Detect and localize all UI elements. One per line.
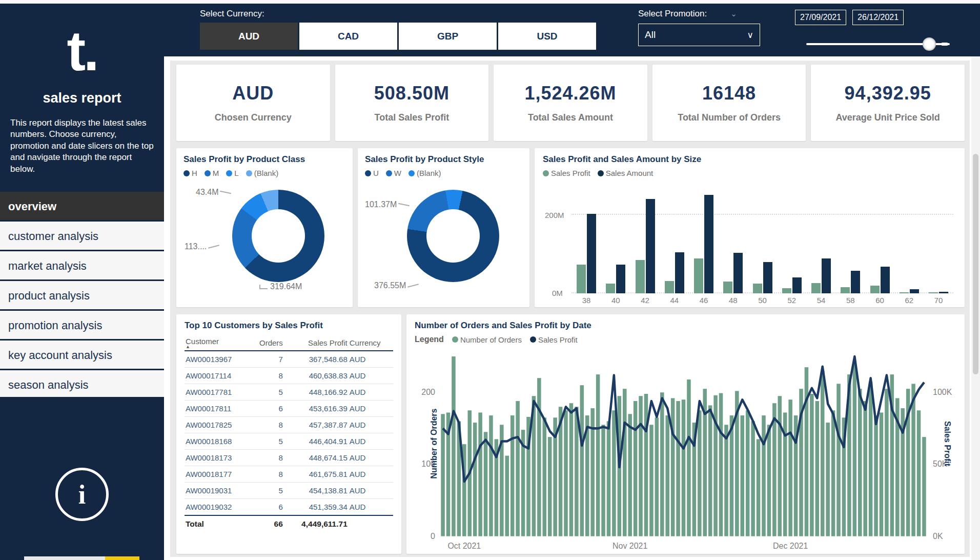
orders-bar[interactable] — [730, 415, 734, 536]
sales-profit-bar[interactable] — [900, 292, 909, 293]
sidebar-item-season-analysis[interactable]: season analysis — [0, 369, 164, 398]
orders-bar[interactable] — [858, 389, 862, 536]
sales-profit-bar[interactable] — [723, 282, 732, 293]
table-row[interactable]: AW000181685446,404.91AUD — [185, 433, 393, 450]
sales-amount-bar[interactable] — [616, 265, 625, 293]
orders-bar[interactable] — [639, 396, 643, 536]
sales-profit-bar[interactable] — [782, 288, 791, 294]
orders-bar[interactable] — [505, 456, 509, 536]
orders-bar[interactable] — [564, 410, 568, 536]
sales-profit-bar[interactable] — [811, 283, 821, 293]
orders-bar[interactable] — [623, 389, 627, 536]
vertical-scrollbar[interactable] — [971, 56, 980, 560]
orders-bar[interactable] — [885, 389, 889, 536]
orders-bar[interactable] — [869, 382, 873, 536]
orders-bar[interactable] — [757, 439, 761, 536]
sales-amount-bar[interactable] — [763, 262, 772, 293]
column-header-currency[interactable]: Currency — [349, 334, 393, 351]
orders-bar[interactable] — [543, 417, 547, 536]
orders-bar[interactable] — [612, 410, 616, 536]
sales-amount-bar[interactable] — [851, 271, 860, 293]
scrollbar-thumb[interactable] — [973, 154, 978, 374]
orders-bar[interactable] — [826, 423, 830, 536]
orders-bar[interactable] — [863, 401, 867, 536]
sidebar-item-market-analysis[interactable]: market analysis — [0, 250, 164, 279]
orders-bar[interactable] — [665, 415, 669, 536]
orders-bar[interactable] — [805, 367, 809, 536]
orders-bar[interactable] — [746, 410, 750, 536]
orders-bar[interactable] — [655, 417, 659, 536]
sales-amount-bar[interactable] — [822, 258, 831, 294]
product-style-donut[interactable] — [407, 190, 499, 282]
sales-amount-bar[interactable] — [675, 252, 684, 294]
orders-bar[interactable] — [922, 437, 926, 536]
sales-profit-bar[interactable] — [929, 292, 938, 293]
slider-handle[interactable] — [923, 37, 936, 51]
orders-bar[interactable] — [724, 425, 728, 536]
orders-bar[interactable] — [831, 410, 835, 536]
orders-bar[interactable] — [478, 413, 482, 536]
date-range-slider[interactable] — [793, 37, 957, 51]
sales-amount-bar[interactable] — [733, 253, 743, 293]
orders-bar[interactable] — [767, 425, 771, 536]
sales-profit-bar[interactable] — [870, 286, 880, 293]
collapse-chevron-icon[interactable]: ⌄ — [730, 9, 737, 18]
orders-bar[interactable] — [537, 378, 541, 536]
currency-button-CAD[interactable]: CAD — [299, 23, 397, 50]
table-row[interactable]: AW000190326451,359.34AUD — [185, 499, 393, 516]
sidebar-item-promotion-analysis[interactable]: promotion analysis — [0, 309, 164, 339]
currency-button-AUD[interactable]: AUD — [200, 23, 298, 50]
orders-bar[interactable] — [601, 425, 605, 536]
orders-bar[interactable] — [751, 421, 755, 536]
orders-bar[interactable] — [607, 421, 611, 536]
sales-amount-bar[interactable] — [881, 267, 890, 293]
sales-profit-bar[interactable] — [665, 281, 674, 293]
sidebar-item-key-account-analysis[interactable]: key account analysis — [0, 339, 164, 369]
date-start-input[interactable]: 27/09/2021 — [795, 10, 846, 25]
orders-bar[interactable] — [489, 415, 493, 536]
sales-profit-bar[interactable] — [841, 287, 850, 294]
orders-bar[interactable] — [880, 413, 884, 536]
sales-profit-bar[interactable] — [606, 284, 615, 293]
column-header-sales-profit[interactable]: Sales Profit — [284, 334, 349, 351]
table-row[interactable]: AW000171148460,638.83AUD — [185, 368, 393, 384]
table-row[interactable]: AW000139677367,548.68AUD — [185, 351, 393, 368]
sidebar-item-product-analysis[interactable]: product analysis — [0, 279, 164, 309]
sales-amount-bar[interactable] — [939, 292, 948, 293]
orders-bar[interactable] — [719, 393, 723, 536]
orders-bar[interactable] — [452, 356, 456, 536]
sales-profit-bar[interactable] — [636, 260, 645, 293]
orders-bar[interactable] — [484, 432, 488, 536]
orders-bar[interactable] — [548, 437, 552, 536]
orders-bar[interactable] — [473, 423, 477, 536]
orders-bar[interactable] — [634, 401, 638, 536]
orders-bar[interactable] — [660, 392, 664, 536]
orders-bar[interactable] — [815, 401, 820, 536]
orders-bar[interactable] — [853, 364, 857, 536]
column-header-orders[interactable]: Orders — [250, 334, 284, 351]
date-end-input[interactable]: 26/12/2021 — [852, 10, 904, 25]
orders-bar[interactable] — [649, 425, 654, 536]
orders-bar[interactable] — [687, 379, 691, 536]
orders-bar[interactable] — [708, 406, 712, 536]
orders-bar[interactable] — [874, 415, 878, 536]
table-row[interactable]: AW000190315454,138.81AUD — [185, 483, 393, 499]
currency-button-USD[interactable]: USD — [498, 23, 596, 50]
orders-bar[interactable] — [788, 399, 792, 536]
sales-amount-bar[interactable] — [587, 214, 596, 293]
orders-bar[interactable] — [917, 410, 921, 536]
orders-bar[interactable] — [911, 384, 915, 536]
sales-profit-bar[interactable] — [694, 258, 703, 293]
product-class-donut[interactable] — [232, 190, 324, 282]
column-header-customer[interactable]: Customer ▲ — [185, 334, 250, 351]
orders-bar[interactable] — [575, 407, 579, 536]
orders-bar[interactable] — [441, 414, 445, 536]
orders-bar[interactable] — [778, 396, 782, 536]
info-icon[interactable]: i — [55, 468, 109, 521]
sales-profit-bar[interactable] — [753, 284, 762, 294]
orders-bar[interactable] — [569, 403, 574, 536]
orders-bar[interactable] — [628, 414, 632, 536]
orders-bar[interactable] — [676, 401, 680, 536]
sales-amount-bar[interactable] — [704, 195, 713, 294]
orders-bar[interactable] — [682, 399, 686, 536]
